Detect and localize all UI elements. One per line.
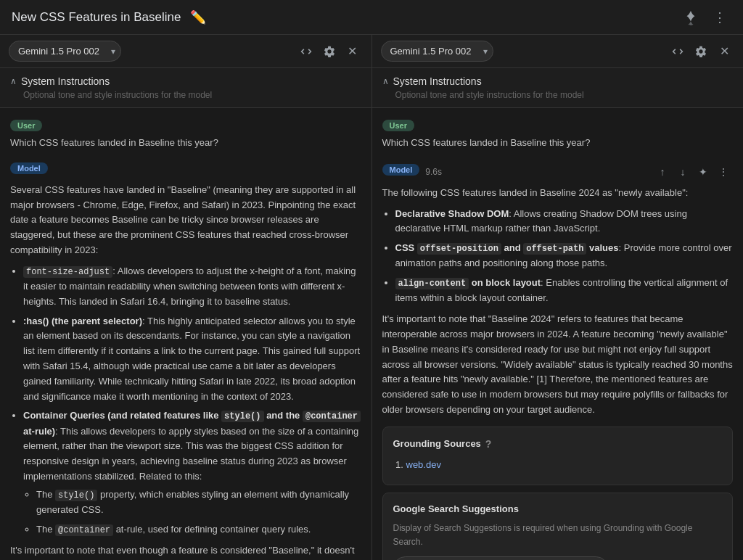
- top-bar: New CSS Features in Baseline ✏️ ⋮: [0, 0, 743, 35]
- right-user-content: Which CSS features landed in Baseline th…: [382, 136, 734, 151]
- right-model-up-button[interactable]: ↑: [653, 162, 672, 181]
- right-model-list: Declarative Shadow DOM: Allows creating …: [382, 207, 734, 307]
- main-content: Gemini 1.5 Pro 002 ▾ ✕: [0, 35, 743, 560]
- right-model-time: 9.6s: [425, 167, 442, 177]
- left-user-message: User Which CSS features landed in Baseli…: [10, 120, 361, 151]
- left-user-badge: User: [10, 120, 42, 131]
- right-code-button[interactable]: [668, 41, 688, 62]
- right-grounding-title: Grounding Sources ?: [393, 436, 723, 452]
- left-model-message: Model Several CSS features have landed i…: [10, 162, 361, 560]
- left-panel-icons: ✕: [296, 41, 363, 62]
- left-collapse-icon[interactable]: ∧: [10, 76, 17, 86]
- left-model-list-item-3: Container Queries (and related features …: [23, 408, 361, 538]
- left-user-text: Which CSS features landed in Baseline th…: [10, 136, 361, 151]
- top-bar-right: ⋮: [679, 6, 731, 29]
- left-model-footer-1: It's important to note that even though …: [10, 543, 361, 560]
- right-model-more-button[interactable]: ⋮: [714, 162, 733, 181]
- left-system-instructions: ∧ System Instructions Optional tone and …: [0, 68, 372, 108]
- left-settings-icon: [323, 45, 336, 58]
- right-grounding-help-icon[interactable]: ?: [485, 436, 492, 452]
- left-model-select[interactable]: Gemini 1.5 Pro 002: [9, 41, 121, 62]
- right-model-list-item-2: CSS offset-position and offset-path valu…: [395, 241, 734, 271]
- right-search-suggestions-desc: Display of Search Suggestions is require…: [393, 522, 723, 549]
- right-grounding-source-1: web.dev: [406, 458, 723, 473]
- left-settings-button[interactable]: [319, 41, 340, 62]
- right-model-footer-1: It's important to note that "Baseline 20…: [382, 312, 734, 418]
- left-model-header-row: Model: [10, 162, 361, 178]
- right-model-actions: ↑ ↓ ✦ ⋮: [653, 162, 733, 181]
- edit-title-button[interactable]: ✏️: [186, 6, 210, 29]
- right-user-badge: User: [382, 120, 414, 131]
- right-model-badge: Model: [382, 164, 420, 176]
- left-panel: Gemini 1.5 Pro 002 ▾ ✕: [0, 35, 372, 560]
- right-settings-icon: [694, 45, 707, 58]
- left-model-list-item-2: :has() (the parent selector): This highl…: [23, 314, 361, 405]
- right-grounding-section: Grounding Sources ? web.dev: [382, 427, 734, 485]
- right-grounding-label: Grounding Sources: [393, 437, 481, 452]
- right-grounding-source-1-link[interactable]: web.dev: [406, 459, 441, 470]
- right-search-suggestions-title: Google Search Suggestions: [393, 502, 723, 517]
- right-user-text: Which CSS features landed in Baseline th…: [382, 136, 734, 151]
- right-model-select[interactable]: Gemini 1.5 Pro 002: [381, 41, 493, 62]
- gemini-icon-button[interactable]: [679, 6, 702, 29]
- right-panel-header: Gemini 1.5 Pro 002 ▾ ✕: [372, 35, 744, 68]
- right-model-list-item-1: Declarative Shadow DOM: Allows creating …: [395, 207, 734, 237]
- right-sys-header: ∧ System Instructions: [382, 75, 734, 87]
- right-model-down-button[interactable]: ↓: [673, 162, 692, 181]
- right-chat-area[interactable]: User Which CSS features landed in Baseli…: [372, 108, 744, 560]
- right-collapse-icon[interactable]: ∧: [382, 76, 389, 86]
- right-user-message: User Which CSS features landed in Baseli…: [382, 120, 734, 151]
- left-model-subitem-2: The @container at-rule, used for definin…: [36, 522, 361, 538]
- right-panel-icons: ✕: [668, 41, 734, 62]
- app-title: New CSS Features in Baseline: [12, 10, 181, 25]
- right-close-button[interactable]: ✕: [714, 41, 734, 62]
- right-search-suggestions: Google Search Suggestions Display of Sea…: [382, 493, 734, 560]
- left-code-icon: [300, 45, 313, 58]
- left-user-content: Which CSS features landed in Baseline th…: [10, 136, 361, 151]
- left-sys-placeholder: Optional tone and style instructions for…: [10, 90, 361, 100]
- right-sys-title: System Instructions: [393, 75, 482, 87]
- left-close-button[interactable]: ✕: [342, 41, 363, 62]
- more-options-button[interactable]: ⋮: [708, 6, 731, 29]
- right-model-list-item-3: align-content on block layout: Enables c…: [395, 276, 734, 306]
- left-panel-header: Gemini 1.5 Pro 002 ▾ ✕: [0, 35, 372, 68]
- left-model-intro: Several CSS features have landed in "Bas…: [10, 183, 361, 258]
- left-chat-area[interactable]: User Which CSS features landed in Baseli…: [0, 108, 372, 560]
- right-model-message: Model 9.6s ↑ ↓ ✦ ⋮ The following CSS fea…: [382, 162, 734, 560]
- left-model-content: Several CSS features have landed in "Bas…: [10, 183, 361, 560]
- right-system-instructions: ∧ System Instructions Optional tone and …: [372, 68, 744, 108]
- right-grounding-sources: web.dev: [393, 458, 723, 473]
- top-bar-left: New CSS Features in Baseline ✏️: [12, 6, 210, 29]
- left-model-list: font-size-adjust: Allows developers to a…: [10, 264, 361, 538]
- right-model-select-wrapper[interactable]: Gemini 1.5 Pro 002 ▾: [381, 41, 493, 62]
- gemini-icon: [683, 9, 699, 25]
- right-model-content: The following CSS features landed in Bas…: [382, 186, 734, 560]
- left-code-button[interactable]: [296, 41, 316, 62]
- right-search-chip[interactable]: G what css features landed in baseline t…: [393, 556, 608, 560]
- right-code-icon: [671, 45, 684, 58]
- right-settings-button[interactable]: [691, 41, 711, 62]
- left-model-select-wrapper[interactable]: Gemini 1.5 Pro 002 ▾: [9, 41, 121, 62]
- left-model-sublist: The style() property, which enables styl…: [23, 487, 361, 538]
- right-model-star-button[interactable]: ✦: [694, 162, 713, 181]
- right-model-intro: The following CSS features landed in Bas…: [382, 186, 734, 201]
- left-sys-title: System Instructions: [21, 75, 110, 87]
- right-sys-placeholder: Optional tone and style instructions for…: [382, 90, 734, 100]
- left-model-badge: Model: [10, 162, 48, 174]
- right-model-header-row: Model 9.6s ↑ ↓ ✦ ⋮: [382, 162, 734, 181]
- left-sys-header: ∧ System Instructions: [10, 75, 361, 87]
- right-panel: Gemini 1.5 Pro 002 ▾ ✕: [372, 35, 744, 560]
- left-model-subitem-1: The style() property, which enables styl…: [36, 487, 361, 518]
- left-model-list-item-1: font-size-adjust: Allows developers to a…: [23, 264, 361, 310]
